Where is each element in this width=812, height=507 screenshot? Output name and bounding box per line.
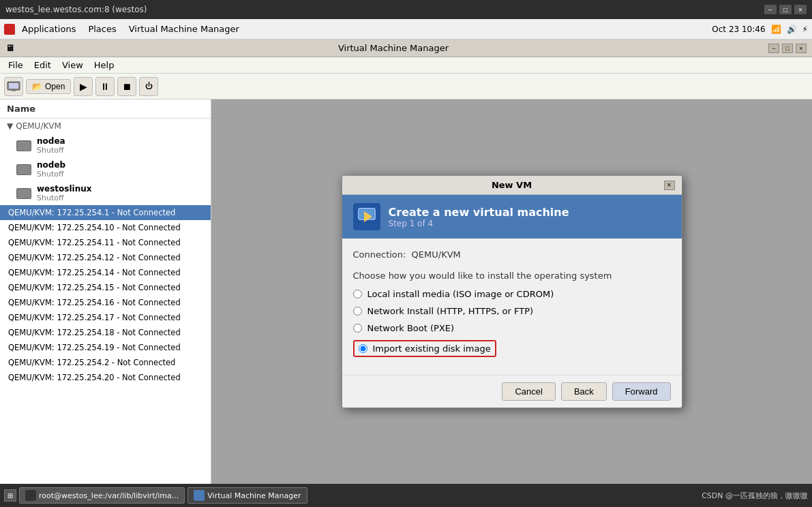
sidebar-connection-6[interactable]: QEMU/KVM: 172.25.254.16 - Not Connected	[0, 295, 211, 310]
radio-network-label: Network Install (HTTP, HTTPS, or FTP)	[367, 306, 534, 316]
vmm-toolbar: 📂 Open ▶ ⏸ ⏹ ⏻	[0, 74, 812, 99]
radio-option-network[interactable]: Network Install (HTTP, HTTPS, or FTP)	[353, 306, 671, 316]
os-titlebar: westos_lee.westos.com:8 (westos) − □ ×	[0, 0, 812, 19]
menu-applications[interactable]: Applications	[16, 22, 81, 36]
taskbar-system-icon[interactable]: ⊞	[4, 489, 16, 502]
vm-info-nodea: nodea Shutoff	[37, 136, 65, 155]
group-collapse-icon: ▼	[7, 121, 13, 131]
vm-status-nodea: Shutoff	[37, 146, 65, 155]
sidebar-connection-10[interactable]: QEMU/KVM: 172.25.254.2 - Not Connected	[0, 355, 211, 370]
dialog-close-button[interactable]: ×	[664, 181, 675, 190]
back-button[interactable]: Back	[561, 382, 607, 401]
os-minimize-button[interactable]: −	[764, 5, 777, 14]
radio-import-label: Import existing disk image	[373, 343, 491, 354]
taskbar-terminal-button[interactable]: root@westos_lee:/var/lib/libvirt/ima...	[19, 487, 185, 504]
dialog-header-subtitle: Step 1 of 4	[389, 219, 569, 228]
vmm-menu-edit[interactable]: Edit	[29, 59, 57, 72]
taskbar-vmm-button[interactable]: Virtual Machine Manager	[187, 487, 307, 504]
radio-pxe[interactable]	[353, 324, 362, 333]
radio-network-install[interactable]	[353, 307, 362, 316]
vm-name-nodeb: nodeb	[37, 160, 65, 170]
system-tray: Oct 23 10:46 📶 🔊 ⚡	[712, 25, 808, 34]
sidebar-connection-9[interactable]: QEMU/KVM: 172.25.254.19 - Not Connected	[0, 340, 211, 355]
os-window-controls: − □ ×	[764, 5, 807, 14]
sidebar-connection-0[interactable]: QEMU/KVM: 172.25.254.1 - Not Connected	[0, 205, 211, 220]
power-icon: ⚡	[802, 25, 808, 34]
sidebar-connection-7[interactable]: QEMU/KVM: 172.25.254.17 - Not Connected	[0, 310, 211, 325]
sidebar-connection-11[interactable]: QEMU/KVM: 172.25.254.20 - Not Connected	[0, 370, 211, 385]
vmm-title: Virtual Machine Manager	[18, 43, 768, 53]
sidebar-item-nodea[interactable]: nodea Shutoff	[0, 134, 211, 157]
open-button[interactable]: 📂 Open	[26, 79, 71, 94]
dialog-titlebar: New VM ×	[342, 176, 682, 195]
dialog-footer: Cancel Back Forward	[342, 375, 682, 408]
radio-option-import[interactable]: Import existing disk image	[353, 340, 496, 357]
forward-button[interactable]: Forward	[612, 382, 671, 401]
dialog-body: Connection: QEMU/KVM Choose how you woul…	[342, 239, 682, 375]
vm-icon-westoslinux	[16, 188, 31, 199]
vmm-menu-file[interactable]: File	[3, 59, 29, 72]
sidebar-connection-8[interactable]: QEMU/KVM: 172.25.254.18 - Not Connected	[0, 325, 211, 340]
install-method-label: Choose how you would like to install the…	[353, 271, 671, 281]
os-title: westos_lee.westos.com:8 (westos)	[5, 5, 147, 14]
radio-pxe-label: Network Boot (PXE)	[367, 323, 455, 333]
sidebar-item-nodeb[interactable]: nodeb Shutoff	[0, 157, 211, 181]
radio-option-local[interactable]: Local install media (ISO image or CDROM)	[353, 289, 671, 299]
open-icon: 📂	[32, 82, 42, 91]
vmm-close-button[interactable]: ×	[796, 44, 807, 53]
sidebar-connection-2[interactable]: QEMU/KVM: 172.25.254.11 - Not Connected	[0, 235, 211, 250]
vm-info-westoslinux: westoslinux Shutoff	[37, 184, 92, 202]
sidebar-connection-5[interactable]: QEMU/KVM: 172.25.254.15 - Not Connected	[0, 280, 211, 295]
vm-status-nodeb: Shutoff	[37, 170, 65, 179]
vmm-maximize-button[interactable]: □	[782, 44, 793, 53]
volume-icon: 🔊	[787, 25, 797, 34]
connection-value: QEMU/KVM	[412, 249, 461, 260]
sidebar: Name ▼ QEMU/KVM nodea Shutoff nodeb Shut…	[0, 99, 211, 484]
dialog-header-text: Create a new virtual machine Step 1 of 4	[389, 206, 569, 228]
dialog-header: Create a new virtual machine Step 1 of 4	[342, 195, 682, 239]
radio-import-disk[interactable]	[359, 344, 367, 353]
os-close-button[interactable]: ×	[794, 5, 807, 14]
vmm-window-controls: − □ ×	[768, 44, 807, 53]
taskbar: ⊞ root@westos_lee:/var/lib/libvirt/ima..…	[0, 484, 812, 507]
vmm-window-icon: 🖥	[5, 43, 14, 53]
cancel-button[interactable]: Cancel	[502, 382, 555, 401]
radio-local-label: Local install media (ISO image or CDROM)	[367, 289, 554, 299]
vm-status-westoslinux: Shutoff	[37, 194, 92, 202]
os-maximize-button[interactable]: □	[779, 5, 792, 14]
sidebar-group-qemu[interactable]: ▼ QEMU/KVM	[0, 119, 211, 134]
datetime-display: Oct 23 10:46	[712, 25, 765, 34]
dialog-overlay: New VM × Create a ne	[211, 99, 812, 484]
sidebar-connection-3[interactable]: QEMU/KVM: 172.25.254.12 - Not Connected	[0, 250, 211, 265]
vmm-menu-view[interactable]: View	[57, 59, 89, 72]
stop-button[interactable]: ⏹	[117, 77, 136, 96]
sidebar-connection-1[interactable]: QEMU/KVM: 172.25.254.10 - Not Connected	[0, 220, 211, 235]
sidebar-header: Name	[0, 99, 211, 119]
play-button[interactable]: ▶	[74, 77, 93, 96]
dialog-title: New VM	[360, 180, 664, 190]
vmm-taskbar-icon	[194, 490, 205, 501]
vmm-taskbar-label: Virtual Machine Manager	[207, 491, 301, 500]
sidebar-connection-4[interactable]: QEMU/KVM: 172.25.254.14 - Not Connected	[0, 265, 211, 280]
content-area: Name ▼ QEMU/KVM nodea Shutoff nodeb Shut…	[0, 99, 812, 484]
new-vm-toolbar-icon[interactable]	[4, 77, 23, 96]
menu-places[interactable]: Places	[82, 22, 121, 36]
wifi-icon: 📶	[771, 25, 781, 34]
dialog-header-icon	[353, 203, 380, 230]
pause-button[interactable]: ⏸	[95, 77, 115, 96]
power-off-button[interactable]: ⏻	[139, 77, 158, 96]
sidebar-item-westoslinux[interactable]: westoslinux Shutoff	[0, 181, 211, 205]
terminal-label: root@westos_lee:/var/lib/libvirt/ima...	[39, 491, 179, 500]
vmm-minimize-button[interactable]: −	[768, 44, 779, 53]
vm-icon-nodea	[16, 140, 31, 151]
app-icon	[4, 24, 15, 35]
vm-main-area: New VM × Create a ne	[211, 99, 812, 484]
vm-icon-nodeb	[16, 164, 31, 175]
taskbar-watermark: CSDN @一匹孤独的狼，嗷嗷嗷	[702, 491, 808, 501]
vmm-menu-help[interactable]: Help	[89, 59, 120, 72]
menu-virt-manager[interactable]: Virtual Machine Manager	[123, 22, 245, 36]
radio-option-pxe[interactable]: Network Boot (PXE)	[353, 323, 671, 333]
radio-local-install[interactable]	[353, 290, 362, 298]
terminal-icon	[25, 490, 36, 501]
svg-rect-1	[9, 83, 18, 89]
